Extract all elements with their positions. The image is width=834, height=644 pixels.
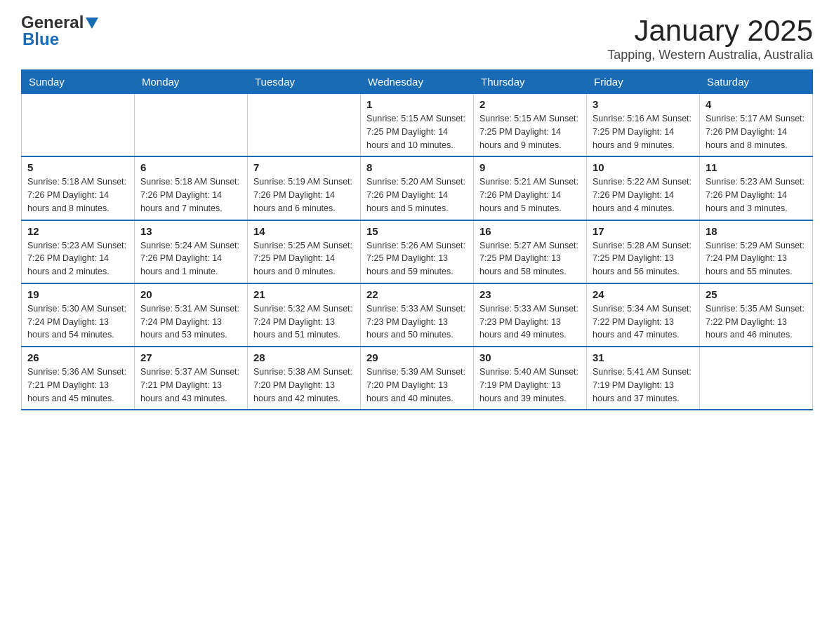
calendar-cell: 2Sunrise: 5:15 AM Sunset: 7:25 PM Daylig… (474, 94, 587, 157)
day-number: 3 (593, 98, 694, 110)
day-number: 4 (706, 98, 807, 110)
day-info: Sunrise: 5:24 AM Sunset: 7:26 PM Dayligh… (140, 239, 241, 279)
day-number: 23 (479, 288, 581, 300)
day-info: Sunrise: 5:21 AM Sunset: 7:26 PM Dayligh… (479, 175, 581, 215)
day-info: Sunrise: 5:15 AM Sunset: 7:25 PM Dayligh… (479, 112, 581, 152)
calendar-cell: 3Sunrise: 5:16 AM Sunset: 7:25 PM Daylig… (587, 94, 700, 157)
day-info: Sunrise: 5:17 AM Sunset: 7:26 PM Dayligh… (706, 112, 807, 152)
calendar-cell: 8Sunrise: 5:20 AM Sunset: 7:26 PM Daylig… (361, 156, 474, 220)
day-number: 1 (366, 98, 468, 110)
day-info: Sunrise: 5:32 AM Sunset: 7:24 PM Dayligh… (253, 302, 355, 342)
day-number: 22 (366, 288, 468, 300)
calendar-cell: 26Sunrise: 5:36 AM Sunset: 7:21 PM Dayli… (22, 347, 135, 410)
day-number: 18 (706, 225, 807, 237)
calendar-cell: 30Sunrise: 5:40 AM Sunset: 7:19 PM Dayli… (474, 347, 587, 410)
day-info: Sunrise: 5:27 AM Sunset: 7:25 PM Dayligh… (479, 239, 581, 279)
day-number: 10 (593, 161, 694, 173)
weekday-header-friday: Friday (587, 70, 700, 94)
day-info: Sunrise: 5:28 AM Sunset: 7:25 PM Dayligh… (593, 239, 694, 279)
calendar-week-row: 5Sunrise: 5:18 AM Sunset: 7:26 PM Daylig… (22, 156, 813, 220)
weekday-header-sunday: Sunday (22, 70, 135, 94)
day-info: Sunrise: 5:31 AM Sunset: 7:24 PM Dayligh… (140, 302, 241, 342)
day-info: Sunrise: 5:29 AM Sunset: 7:24 PM Dayligh… (706, 239, 807, 279)
day-number: 2 (479, 98, 581, 110)
calendar-table: SundayMondayTuesdayWednesdayThursdayFrid… (21, 69, 813, 410)
weekday-header-tuesday: Tuesday (248, 70, 361, 94)
weekday-header-wednesday: Wednesday (361, 70, 474, 94)
calendar-cell: 7Sunrise: 5:19 AM Sunset: 7:26 PM Daylig… (248, 156, 361, 220)
calendar-cell: 27Sunrise: 5:37 AM Sunset: 7:21 PM Dayli… (135, 347, 248, 410)
day-number: 7 (253, 161, 355, 173)
calendar-cell: 16Sunrise: 5:27 AM Sunset: 7:25 PM Dayli… (474, 220, 587, 283)
day-number: 30 (479, 351, 581, 363)
day-number: 16 (479, 225, 581, 237)
day-number: 11 (706, 161, 807, 173)
calendar-cell: 13Sunrise: 5:24 AM Sunset: 7:26 PM Dayli… (135, 220, 248, 283)
calendar-cell: 5Sunrise: 5:18 AM Sunset: 7:26 PM Daylig… (22, 156, 135, 220)
logo-general-text: General (21, 14, 84, 31)
calendar-cell (22, 94, 135, 157)
weekday-header-monday: Monday (135, 70, 248, 94)
day-number: 19 (27, 288, 128, 300)
calendar-cell (248, 94, 361, 157)
calendar-cell: 22Sunrise: 5:33 AM Sunset: 7:23 PM Dayli… (361, 283, 474, 347)
calendar-cell: 14Sunrise: 5:25 AM Sunset: 7:25 PM Dayli… (248, 220, 361, 283)
day-info: Sunrise: 5:39 AM Sunset: 7:20 PM Dayligh… (366, 365, 468, 405)
day-info: Sunrise: 5:23 AM Sunset: 7:26 PM Dayligh… (27, 239, 128, 279)
day-number: 28 (253, 351, 355, 363)
calendar-week-row: 1Sunrise: 5:15 AM Sunset: 7:25 PM Daylig… (22, 94, 813, 157)
day-number: 31 (593, 351, 694, 363)
calendar-cell (700, 347, 813, 410)
weekday-header-thursday: Thursday (474, 70, 587, 94)
day-info: Sunrise: 5:18 AM Sunset: 7:26 PM Dayligh… (27, 175, 128, 215)
day-number: 5 (27, 161, 128, 173)
calendar-cell: 24Sunrise: 5:34 AM Sunset: 7:22 PM Dayli… (587, 283, 700, 347)
logo: General Blue (21, 14, 98, 48)
day-info: Sunrise: 5:40 AM Sunset: 7:19 PM Dayligh… (479, 365, 581, 405)
day-number: 17 (593, 225, 694, 237)
day-number: 27 (140, 351, 241, 363)
day-number: 6 (140, 161, 241, 173)
calendar-subtitle: Tapping, Western Australia, Australia (607, 48, 813, 62)
calendar-cell: 9Sunrise: 5:21 AM Sunset: 7:26 PM Daylig… (474, 156, 587, 220)
calendar-cell: 21Sunrise: 5:32 AM Sunset: 7:24 PM Dayli… (248, 283, 361, 347)
day-number: 9 (479, 161, 581, 173)
day-info: Sunrise: 5:41 AM Sunset: 7:19 PM Dayligh… (593, 365, 694, 405)
day-info: Sunrise: 5:16 AM Sunset: 7:25 PM Dayligh… (593, 112, 694, 152)
calendar-cell: 28Sunrise: 5:38 AM Sunset: 7:20 PM Dayli… (248, 347, 361, 410)
calendar-cell: 1Sunrise: 5:15 AM Sunset: 7:25 PM Daylig… (361, 94, 474, 157)
day-number: 8 (366, 161, 468, 173)
calendar-cell: 12Sunrise: 5:23 AM Sunset: 7:26 PM Dayli… (22, 220, 135, 283)
day-info: Sunrise: 5:18 AM Sunset: 7:26 PM Dayligh… (140, 175, 241, 215)
calendar-cell: 25Sunrise: 5:35 AM Sunset: 7:22 PM Dayli… (700, 283, 813, 347)
calendar-cell: 19Sunrise: 5:30 AM Sunset: 7:24 PM Dayli… (22, 283, 135, 347)
day-number: 14 (253, 225, 355, 237)
day-info: Sunrise: 5:37 AM Sunset: 7:21 PM Dayligh… (140, 365, 241, 405)
day-info: Sunrise: 5:36 AM Sunset: 7:21 PM Dayligh… (27, 365, 128, 405)
calendar-cell: 18Sunrise: 5:29 AM Sunset: 7:24 PM Dayli… (700, 220, 813, 283)
day-info: Sunrise: 5:33 AM Sunset: 7:23 PM Dayligh… (479, 302, 581, 342)
calendar-cell: 29Sunrise: 5:39 AM Sunset: 7:20 PM Dayli… (361, 347, 474, 410)
calendar-cell: 4Sunrise: 5:17 AM Sunset: 7:26 PM Daylig… (700, 94, 813, 157)
calendar-week-row: 19Sunrise: 5:30 AM Sunset: 7:24 PM Dayli… (22, 283, 813, 347)
title-block: January 2025 Tapping, Western Australia,… (607, 14, 813, 62)
day-number: 21 (253, 288, 355, 300)
weekday-header-row: SundayMondayTuesdayWednesdayThursdayFrid… (22, 70, 813, 94)
day-info: Sunrise: 5:25 AM Sunset: 7:25 PM Dayligh… (253, 239, 355, 279)
calendar-cell (135, 94, 248, 157)
calendar-cell: 6Sunrise: 5:18 AM Sunset: 7:26 PM Daylig… (135, 156, 248, 220)
day-number: 15 (366, 225, 468, 237)
day-info: Sunrise: 5:20 AM Sunset: 7:26 PM Dayligh… (366, 175, 468, 215)
calendar-cell: 10Sunrise: 5:22 AM Sunset: 7:26 PM Dayli… (587, 156, 700, 220)
day-info: Sunrise: 5:26 AM Sunset: 7:25 PM Dayligh… (366, 239, 468, 279)
day-info: Sunrise: 5:15 AM Sunset: 7:25 PM Dayligh… (366, 112, 468, 152)
calendar-cell: 23Sunrise: 5:33 AM Sunset: 7:23 PM Dayli… (474, 283, 587, 347)
day-info: Sunrise: 5:34 AM Sunset: 7:22 PM Dayligh… (593, 302, 694, 342)
day-info: Sunrise: 5:35 AM Sunset: 7:22 PM Dayligh… (706, 302, 807, 342)
calendar-week-row: 26Sunrise: 5:36 AM Sunset: 7:21 PM Dayli… (22, 347, 813, 410)
logo-blue-text: Blue (22, 29, 59, 48)
logo-arrow-icon (86, 18, 98, 29)
day-info: Sunrise: 5:30 AM Sunset: 7:24 PM Dayligh… (27, 302, 128, 342)
day-number: 20 (140, 288, 241, 300)
calendar-cell: 31Sunrise: 5:41 AM Sunset: 7:19 PM Dayli… (587, 347, 700, 410)
